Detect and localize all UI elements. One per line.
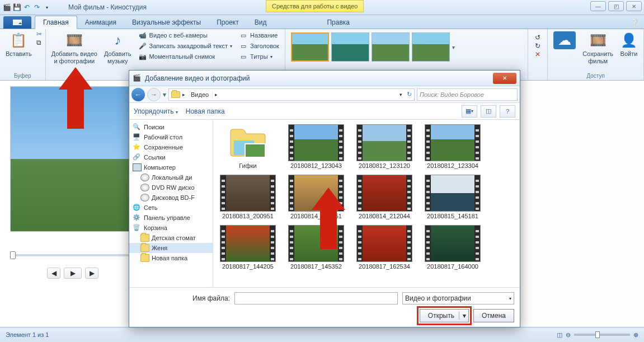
file-item[interactable]: 20180813_200951 [218,175,278,219]
breadcrumb[interactable]: ▸ Видео ▸ ▾ ↻ [168,88,415,101]
file-item[interactable]: 20180814_203551 [286,175,346,219]
snapshot-button[interactable]: 📷Моментальный снимок [136,51,235,62]
search-input[interactable]: Поиск: Видео Боровое [417,88,518,101]
tree-item[interactable]: 🔗Ссылки [129,152,213,162]
dialog-close-button[interactable]: ✕ [493,73,516,84]
breadcrumb-item[interactable]: Видео [187,91,213,98]
tree-item[interactable]: Новая папка [129,253,213,263]
tree-item[interactable]: Дисковод BD-F [129,193,213,203]
redo-icon[interactable]: ↷ [32,3,41,12]
file-item[interactable]: 20180814_212044 [354,175,415,219]
qat-dropdown-icon[interactable]: ▾ [43,3,51,12]
tree-item-label: Женя [152,245,167,251]
undo-icon[interactable]: ↶ [22,3,31,12]
tree-item[interactable]: 🌐Сеть [129,203,213,213]
zoom-slider[interactable] [574,334,630,336]
themes-gallery[interactable]: ▾ [289,30,525,64]
theme-thumb[interactable] [412,32,450,62]
zoom-out-icon[interactable]: ⊖ [566,331,571,339]
organize-button[interactable]: Упорядочить ▾ [134,107,178,115]
delete-icon[interactable]: ✕ [535,50,540,58]
caption-button[interactable]: ▭Заголовок [237,41,281,51]
copy-icon[interactable]: ⧉ [36,39,42,46]
tree-item-label: Корзина [144,224,167,231]
voiceover-button[interactable]: 🎤Записать закадровый текст▾ [136,41,235,51]
add-video-photo-button[interactable]: 🎞️ Добавить видео и фотографии [49,30,100,66]
tab-home[interactable]: Главная [35,16,77,29]
signin-button[interactable]: 👤Войти [618,30,640,59]
add-music-button[interactable]: ♪ Добавить музыку [102,30,134,66]
file-item[interactable]: Гифки [218,124,278,169]
timeline-slider[interactable] [10,254,135,256]
help-button[interactable]: ? [500,105,515,118]
tab-view[interactable]: Вид [247,16,275,29]
prev-button[interactable]: ◀ [47,268,60,279]
onedrive-button[interactable]: ☁ [551,30,578,51]
cancel-button[interactable]: Отмена [473,309,514,322]
nav-back-button[interactable]: ← [131,88,145,101]
tab-project[interactable]: Проект [209,16,247,29]
rotate-left-icon[interactable]: ↺ [535,34,540,41]
maximize-button[interactable]: ◰ [608,1,624,11]
credits-button[interactable]: ▭Титры▾ [237,51,281,62]
file-item[interactable]: 20180812_123043 [286,124,346,169]
video-thumbnail [220,225,276,262]
tree-item[interactable]: 🖥️Рабочий стол [129,132,213,142]
filetype-select[interactable]: Видео и фотографии▾ [402,292,514,304]
filename-input[interactable] [234,292,398,304]
tree-item[interactable]: Женя [129,243,213,253]
nav-forward-button[interactable]: → [147,88,161,101]
tree-item[interactable]: Компьютер [129,162,213,172]
file-item[interactable]: 20180817_164000 [422,225,483,270]
file-item[interactable]: 20180812_123120 [354,124,415,169]
tree-item[interactable]: Локальный ди [129,172,213,182]
refresh-icon[interactable]: ↻ [407,91,412,98]
close-button[interactable]: ✕ [626,1,642,11]
view-switch-icon[interactable]: ◫ [557,331,562,339]
cut-icon[interactable]: ✂ [36,30,42,38]
pane-button[interactable]: ◫ [481,105,496,118]
folder-tree[interactable]: 🔍Поиски🖥️Рабочий стол⭐Сохраненные🔗Ссылки… [129,120,213,287]
tree-item[interactable]: Детская стомат [129,233,213,243]
rotate-right-icon[interactable]: ↻ [535,42,540,50]
title-button[interactable]: ▭Название [237,30,281,40]
zoom-in-icon[interactable]: ⊕ [633,331,638,339]
tree-item-icon: 🖥️ [133,133,142,141]
webcam-button[interactable]: 📹Видео с веб-камеры [136,30,235,40]
tab-animation[interactable]: Анимация [77,16,124,29]
file-item[interactable]: 20180815_145181 [422,175,483,219]
minimize-button[interactable]: — [590,1,606,11]
save-icon[interactable]: 💾 [12,3,21,12]
tab-edit[interactable]: Правка [319,16,358,29]
user-icon: 👤 [620,31,638,49]
save-movie-button[interactable]: 🎞️Сохранить фильм [580,30,615,66]
tree-item[interactable]: 🔍Поиски [129,122,213,132]
theme-thumb[interactable] [331,32,369,62]
title-bar: 🎬 💾 ↶ ↷ ▾ Мой фильм - Киностудия Средств… [0,0,644,15]
tree-item[interactable]: 🗑️Корзина [129,223,213,233]
tab-effects[interactable]: Визуальные эффекты [124,16,209,29]
open-button[interactable]: Открыть▾ [420,309,469,322]
nav-up-icon[interactable]: ▾ [163,91,166,99]
file-item[interactable]: 20180817_145352 [286,225,346,270]
paste-button[interactable]: 📋 Вставить [3,30,34,59]
play-button[interactable]: ▶ [64,268,82,279]
file-item[interactable]: 20180812_123304 [422,124,483,169]
new-folder-button[interactable]: Новая папка [186,107,225,115]
file-list[interactable]: Гифки20180812_12304320180812_12312020180… [213,120,520,287]
theme-thumb[interactable] [291,32,329,62]
file-item[interactable]: 20180817_144205 [218,225,278,270]
file-item[interactable]: 20180817_162534 [354,225,415,270]
view-mode-button[interactable]: ▦ ▾ [462,105,477,118]
tree-item[interactable]: ⭐Сохраненные [129,142,213,152]
tree-item-label: Новая папка [152,255,187,261]
theme-thumb[interactable] [372,32,410,62]
add-video-label: Добавить видео и фотографии [51,50,97,65]
next-button[interactable]: ▶ [85,268,98,279]
tree-item[interactable]: DVD RW диско [129,182,213,193]
help-icon[interactable]: ❔ [630,18,640,27]
file-menu-button[interactable] [3,16,31,29]
tree-item[interactable]: ⚙️Панель управле [129,213,213,223]
gallery-more-icon[interactable]: ▾ [452,44,455,50]
breadcrumb-dropdown-icon[interactable]: ▾ [397,92,405,97]
